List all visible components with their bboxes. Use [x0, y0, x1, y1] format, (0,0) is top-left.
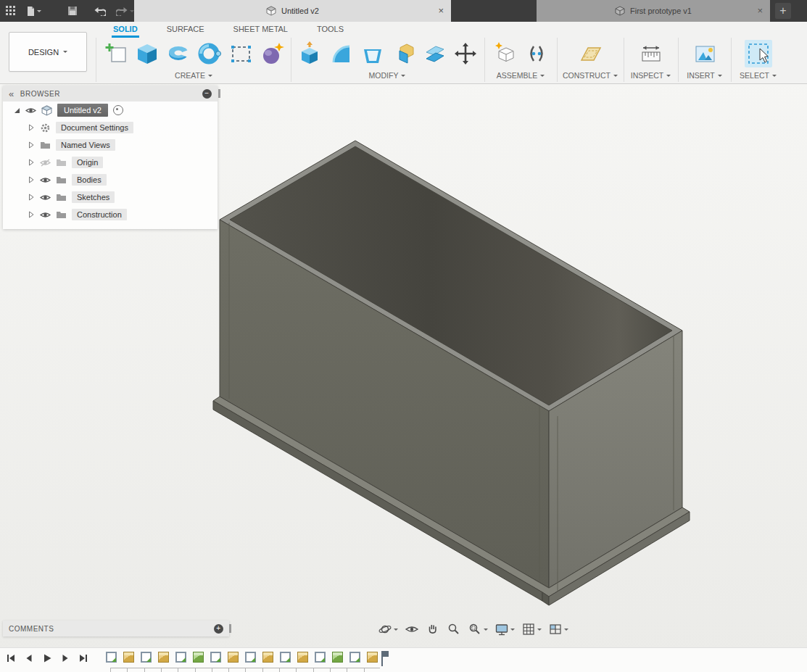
app-grid-icon[interactable] [6, 6, 16, 16]
collapsed-arrow-icon[interactable] [28, 124, 35, 131]
browser-item-construction[interactable]: Construction [3, 206, 218, 223]
insert-image-icon[interactable] [691, 40, 719, 67]
offset-face-icon[interactable] [421, 40, 448, 67]
measure-icon[interactable] [637, 40, 665, 67]
group-dropdown-modify[interactable]: MODIFY [290, 70, 484, 81]
collapsed-arrow-icon[interactable] [28, 194, 35, 201]
new-tab-button[interactable]: + [775, 3, 791, 19]
collapsed-arrow-icon[interactable] [28, 176, 35, 183]
shell-icon[interactable] [358, 40, 386, 67]
activate-radio-icon[interactable] [113, 105, 123, 115]
timeline-feature-extrude-icon[interactable] [367, 652, 378, 663]
timeline-feature-extrude-green-icon[interactable] [193, 652, 204, 663]
timeline-feature-sketch-icon[interactable] [349, 652, 360, 663]
timeline-playhead-marker[interactable] [380, 651, 389, 666]
look-at-icon[interactable] [402, 621, 421, 638]
group-dropdown-inspect[interactable]: INSPECT [624, 70, 678, 81]
display-settings-icon[interactable] [492, 621, 517, 638]
revolve-icon[interactable] [165, 40, 192, 67]
grid-settings-icon[interactable] [519, 621, 544, 638]
browser-item-origin[interactable]: Origin [3, 154, 218, 171]
browser-item-document-settings[interactable]: Document Settings [3, 119, 218, 136]
close-tab-icon[interactable]: × [438, 5, 444, 16]
visibility-eye-icon[interactable] [40, 194, 51, 202]
play-icon[interactable] [42, 653, 52, 663]
create-sketch-icon[interactable] [102, 40, 130, 67]
visibility-eye-icon[interactable] [40, 176, 51, 184]
torus-icon[interactable] [196, 40, 223, 67]
group-dropdown-construct[interactable]: CONSTRUCT [557, 70, 624, 81]
step-forward-icon[interactable] [60, 653, 70, 663]
tab-surface[interactable]: SURFACE [155, 22, 216, 38]
browser-item-untitled-v2[interactable]: Untitled v2 [3, 101, 218, 119]
undo-icon[interactable] [94, 6, 106, 16]
timeline-feature-sketch-icon[interactable] [245, 652, 256, 663]
group-dropdown-select[interactable]: SELECT [731, 70, 785, 81]
timeline-track[interactable] [110, 668, 380, 672]
tab-solid[interactable]: SOLID [102, 22, 149, 38]
tab-sheet-metal[interactable]: SHEET METAL [222, 22, 299, 38]
collapsed-arrow-icon[interactable] [28, 141, 35, 149]
press-pull-icon[interactable] [296, 40, 323, 67]
pattern-icon[interactable] [227, 40, 254, 67]
timeline-feature-sketch-icon[interactable] [106, 652, 117, 663]
tab-tools[interactable]: TOOLS [305, 22, 355, 38]
timeline-feature-extrude-icon[interactable] [262, 652, 273, 663]
browser-item-label[interactable]: Construction [72, 209, 127, 220]
timeline-feature-extrude-green-icon[interactable] [332, 652, 343, 663]
timeline-feature-extrude-icon[interactable] [228, 652, 239, 663]
workspace-selector[interactable]: DESIGN [9, 32, 87, 72]
expanded-arrow-icon[interactable] [13, 107, 20, 114]
browser-item-label[interactable]: Document Settings [56, 122, 133, 133]
timeline-feature-extrude-icon[interactable] [158, 652, 169, 663]
browser-item-label[interactable]: Untitled v2 [57, 104, 108, 117]
panel-resize-handle[interactable] [229, 624, 231, 633]
visibility-eye-icon[interactable] [40, 211, 51, 219]
expand-comments-icon[interactable]: + [214, 624, 223, 634]
new-component-icon[interactable] [492, 40, 519, 67]
timeline-feature-sketch-icon[interactable] [175, 652, 186, 663]
construction-plane-icon[interactable] [576, 40, 604, 67]
combine-icon[interactable] [389, 40, 417, 67]
save-icon[interactable] [67, 6, 78, 16]
orbit-icon[interactable] [376, 621, 400, 638]
collapse-panel-icon[interactable]: « [9, 88, 15, 99]
skip-to-end-icon[interactable] [78, 653, 88, 663]
redo-icon[interactable] [116, 6, 134, 16]
box-primitive-icon[interactable] [133, 40, 161, 67]
timeline-feature-sketch-icon[interactable] [280, 652, 291, 663]
browser-item-bodies[interactable]: Bodies [3, 171, 218, 188]
close-tab-icon[interactable]: × [757, 5, 763, 16]
viewports-icon[interactable] [546, 621, 571, 638]
document-tab-active[interactable]: Untitled v2 × [134, 0, 451, 22]
move-icon[interactable] [452, 40, 479, 67]
joint-icon[interactable] [523, 40, 550, 67]
file-icon[interactable] [26, 6, 41, 17]
visibility-eye-icon[interactable] [25, 107, 36, 115]
minimize-panel-icon[interactable]: − [202, 89, 212, 99]
timeline-feature-sketch-icon[interactable] [315, 652, 326, 663]
browser-item-label[interactable]: Bodies [72, 174, 107, 186]
panel-resize-handle[interactable] [218, 89, 220, 98]
browser-item-label[interactable]: Sketches [72, 191, 115, 203]
coil-icon[interactable] [258, 40, 286, 67]
comments-bar[interactable]: COMMENTS + [3, 621, 229, 636]
browser-item-label[interactable]: Named Views [56, 139, 115, 151]
timeline-feature-extrude-icon[interactable] [123, 652, 134, 663]
timeline-feature-sketch-icon[interactable] [210, 652, 221, 663]
select-cursor-icon[interactable] [745, 40, 772, 67]
skip-to-start-icon[interactable] [6, 653, 16, 663]
browser-header[interactable]: « BROWSER − [3, 86, 218, 101]
fillet-icon[interactable] [327, 40, 355, 67]
window-zoom-icon[interactable] [465, 621, 490, 638]
document-tab-inactive[interactable]: First prototype v1 × [537, 0, 770, 22]
group-dropdown-create[interactable]: CREATE [96, 70, 291, 81]
browser-item-label[interactable]: Origin [72, 157, 103, 168]
timeline-feature-extrude-icon[interactable] [297, 652, 308, 663]
collapsed-arrow-icon[interactable] [28, 211, 35, 218]
zoom-icon[interactable] [444, 621, 463, 638]
browser-item-named-views[interactable]: Named Views [3, 136, 218, 154]
browser-item-sketches[interactable]: Sketches [3, 188, 218, 206]
collapsed-arrow-icon[interactable] [28, 159, 35, 166]
step-back-icon[interactable] [24, 653, 34, 663]
